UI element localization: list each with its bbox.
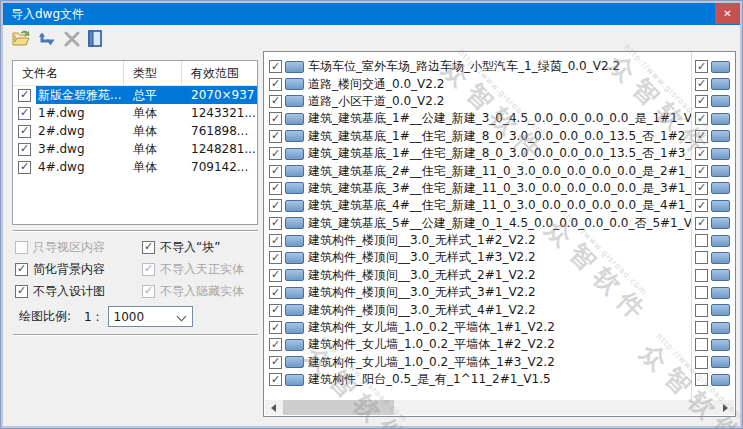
layer-checkbox[interactable]: ✓	[269, 199, 282, 212]
layer-checkbox[interactable]: ✓	[695, 112, 708, 125]
layer-checkbox[interactable]: ✓	[695, 78, 708, 91]
layer-row[interactable]: ✓建	[692, 58, 734, 75]
horizontal-scrollbar[interactable]	[265, 400, 734, 415]
layer-row[interactable]: ✓建筑构件_楼顶间__3.0_无样式_1#3_V2.2	[264, 249, 691, 266]
option-checkbox[interactable]: ✓	[15, 285, 28, 298]
layer-row[interactable]: 04	[692, 336, 734, 353]
layer-row[interactable]: ✓用	[692, 180, 734, 197]
layer-checkbox[interactable]: ✓	[695, 95, 708, 108]
layer-checkbox[interactable]: ✓	[269, 251, 282, 264]
open-file-button[interactable]	[10, 29, 32, 51]
layer-row[interactable]: ✓建筑_建筑基底_2#__住宅_新建_11_0_3.0_0.0_0.0_0.0_…	[264, 162, 691, 179]
layer-checkbox[interactable]: ✓	[269, 217, 282, 230]
layer-checkbox[interactable]: ✓	[695, 199, 708, 212]
file-checkbox[interactable]: ✓	[18, 143, 31, 156]
layer-checkbox[interactable]: ✓	[269, 234, 282, 247]
layer-row[interactable]: 01	[692, 284, 734, 301]
layer-row[interactable]: ✓建筑构件_阳台_0.5_是_有_1^11_2#1_V1.5	[264, 371, 691, 388]
layer-checkbox[interactable]: ✓	[269, 269, 282, 282]
layer-row[interactable]: ✓用	[692, 215, 734, 232]
layer-row[interactable]: 0	[692, 232, 734, 249]
layer-checkbox[interactable]: ✓	[695, 147, 708, 160]
layer-checkbox[interactable]: ✓	[269, 182, 282, 195]
layer-row[interactable]: 17	[692, 371, 734, 388]
layer-row[interactable]: ✓建筑构件_女儿墙_1.0_0.2_平墙体_1#1_V2.2	[264, 319, 691, 336]
option-row[interactable]: ✓不导入设计图	[15, 283, 105, 299]
layer-row[interactable]: ✓道路_小区干道_0.0_V2.2	[264, 93, 691, 110]
layer-checkbox[interactable]: ✓	[269, 321, 282, 334]
layer-checkbox[interactable]	[695, 321, 708, 334]
layer-checkbox[interactable]: ✓	[269, 304, 282, 317]
layer-checkbox[interactable]	[695, 356, 708, 369]
file-row[interactable]: ✓4#.dwg单体709142...	[13, 158, 257, 176]
layer-row[interactable]: ✓建筑_建筑基底_1#__公建_新建_3_0_4.5_0.0_0.0_0.0_0…	[264, 110, 691, 127]
scroll-left-button[interactable]	[265, 400, 282, 415]
layer-checkbox[interactable]	[695, 251, 708, 264]
layer-checkbox[interactable]: ✓	[269, 286, 282, 299]
layer-row[interactable]: 16	[692, 301, 734, 318]
layer-checkbox[interactable]: ✓	[269, 60, 282, 73]
layer-row[interactable]: 09	[692, 319, 734, 336]
layer-row[interactable]: ✓建筑构件_楼顶间__3.0_无样式_3#1_V2.2	[264, 284, 691, 301]
layer-checkbox[interactable]: ✓	[269, 95, 282, 108]
file-row[interactable]: ✓3#.dwg单体1248281...	[13, 140, 257, 158]
file-row[interactable]: ✓新版金碧雅苑...总平2070×937	[13, 86, 257, 104]
layer-row[interactable]: ✓建筑构件_楼顶间__3.0_无样式_2#1_V2.2	[264, 267, 691, 284]
layer-row[interactable]: 05	[692, 267, 734, 284]
layer-row[interactable]: ✓建筑构件_女儿墙_1.0_0.2_平墙体_1#2_V2.2	[264, 336, 691, 353]
layer-row[interactable]: pla	[692, 249, 734, 266]
layer-checkbox[interactable]: ✓	[695, 165, 708, 178]
layer-checkbox[interactable]: ✓	[695, 130, 708, 143]
layer-checkbox[interactable]	[695, 304, 708, 317]
file-checkbox[interactable]: ✓	[18, 125, 31, 138]
layer-checkbox[interactable]: ✓	[269, 165, 282, 178]
file-checkbox[interactable]: ✓	[18, 89, 31, 102]
file-row[interactable]: ✓2#.dwg单体761898...	[13, 122, 257, 140]
layer-row[interactable]: ✓车场车位_室外车场_路边车场_小型汽车_1_绿茵_0.0_V2.2	[264, 58, 691, 75]
file-row[interactable]: ✓1#.dwg单体1243321...	[13, 104, 257, 122]
layer-checkbox[interactable]	[695, 373, 708, 386]
file-checkbox[interactable]: ✓	[18, 107, 31, 120]
layer-row[interactable]: ✓室	[692, 145, 734, 162]
layer-row[interactable]: ✓建筑_建筑基底_3#__住宅_新建_11_0_3.0_0.0_0.0_0.0_…	[264, 180, 691, 197]
layer-row[interactable]: ✓建	[692, 75, 734, 92]
option-row[interactable]: ✓简化背景内容	[15, 261, 105, 277]
layer-row[interactable]: ✓用	[692, 197, 734, 214]
layer-checkbox[interactable]: ✓	[269, 373, 282, 386]
layer-checkbox[interactable]: ✓	[269, 78, 282, 91]
layer-checkbox[interactable]: ✓	[269, 356, 282, 369]
layer-row[interactable]: ✓建筑构件_楼顶间__3.0_无样式_1#2_V2.2	[264, 232, 691, 249]
layer-checkbox[interactable]	[695, 338, 708, 351]
scale-combobox[interactable]: 1000	[108, 306, 193, 327]
layer-row[interactable]: ✓绿	[692, 110, 734, 127]
layer-checkbox[interactable]: ✓	[269, 130, 282, 143]
layer-row[interactable]: ✓建筑_建筑基底_1#__住宅_新建_8_0_3.0_0.0_0.0_0.0_1…	[264, 145, 691, 162]
layer-row[interactable]: ✓建筑构件_楼顶间__3.0_无样式_4#1_V2.2	[264, 301, 691, 318]
layer-checkbox[interactable]	[695, 269, 708, 282]
layer-checkbox[interactable]: ✓	[269, 147, 282, 160]
scrollbar-thumb[interactable]	[283, 400, 394, 415]
layer-row[interactable]: ✓建	[692, 93, 734, 110]
layer-row[interactable]: 绿	[692, 354, 734, 371]
layer-checkbox[interactable]	[695, 286, 708, 299]
layer-checkbox[interactable]: ✓	[695, 182, 708, 195]
paste-button[interactable]	[84, 29, 106, 51]
layer-row[interactable]: ✓建筑_建筑基底_4#__住宅_新建_11_0_3.0_0.0_0.0_0.0_…	[264, 197, 691, 214]
option-row[interactable]: ✓不导入“块”	[142, 239, 244, 255]
layer-checkbox[interactable]	[695, 234, 708, 247]
layer-checkbox[interactable]: ✓	[269, 338, 282, 351]
scroll-right-button[interactable]	[717, 400, 734, 415]
layer-row[interactable]: ✓室	[692, 128, 734, 145]
layer-row[interactable]: ✓建筑_建筑基底_5#__公建_新建_0_1_4.5_0.0_0.0_0.0_0…	[264, 215, 691, 232]
layer-checkbox[interactable]: ✓	[695, 60, 708, 73]
file-checkbox[interactable]: ✓	[18, 161, 31, 174]
layer-checkbox[interactable]: ✓	[269, 112, 282, 125]
layer-row[interactable]: ✓用	[692, 162, 734, 179]
close-button[interactable]: ✕	[715, 3, 740, 24]
option-checkbox[interactable]: ✓	[142, 241, 155, 254]
option-checkbox[interactable]: ✓	[15, 263, 28, 276]
layer-checkbox[interactable]: ✓	[695, 217, 708, 230]
layer-row[interactable]: ✓建筑_建筑基底_1#__住宅_新建_8_0_3.0_0.0_0.0_0.0_1…	[264, 128, 691, 145]
layer-row[interactable]: ✓建筑构件_女儿墙_1.0_0.2_平墙体_1#3_V2.2	[264, 354, 691, 371]
layer-row[interactable]: ✓道路_楼间交通_0.0_V2.2	[264, 75, 691, 92]
